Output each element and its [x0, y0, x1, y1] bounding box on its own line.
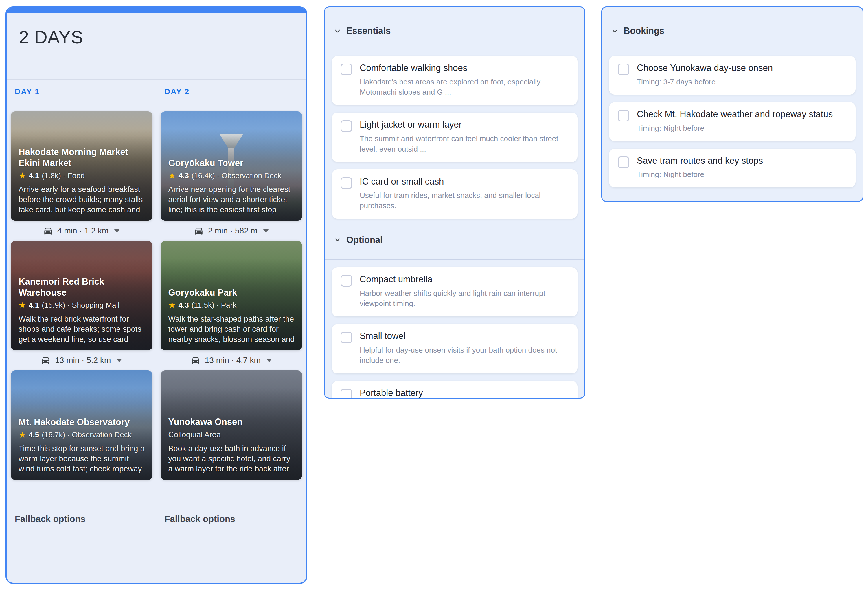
- rating-value: 4.3: [179, 301, 189, 310]
- checklist-item-walking-shoes[interactable]: Comfortable walking shoes Hakodate's bes…: [332, 56, 577, 105]
- checkbox[interactable]: [341, 177, 352, 189]
- chevron-down-icon[interactable]: [334, 27, 341, 35]
- checkbox[interactable]: [618, 110, 629, 121]
- travel-row-day1-leg1[interactable]: 4 min · 1.2 km: [11, 221, 152, 241]
- star-icon: ★: [168, 301, 176, 310]
- essentials-panel: Essentials Comfortable walking shoes Hak…: [324, 6, 585, 398]
- travel-row-day2-leg1[interactable]: 2 min · 582 m: [161, 221, 303, 241]
- rating-value: 4.1: [29, 171, 39, 180]
- place-card-goryokaku-park[interactable]: Goryokaku Park ★ 4.3 (11.5k) · Park Walk…: [161, 241, 303, 350]
- fallback-options-heading-day2[interactable]: Fallback options: [165, 514, 298, 524]
- place-title: Mt. Hakodate Observatory: [19, 417, 146, 428]
- checklist-item-light-jacket[interactable]: Light jacket or warm layer The summit an…: [332, 112, 577, 162]
- chevron-down-icon[interactable]: [334, 236, 341, 244]
- travel-expand-caret-icon[interactable]: [266, 358, 272, 362]
- item-title: Choose Yunokawa day-use onsen: [637, 63, 847, 74]
- optional-section-header[interactable]: Optional: [325, 226, 585, 259]
- checkbox[interactable]: [341, 63, 352, 75]
- chevron-down-icon[interactable]: [611, 27, 619, 35]
- place-card-content: Goryokaku Park ★ 4.3 (11.5k) · Park Walk…: [168, 287, 295, 344]
- item-title: Portable battery: [360, 388, 569, 398]
- checkbox[interactable]: [341, 120, 352, 132]
- checklist-item-body: Comfortable walking shoes Hakodate's bes…: [360, 63, 569, 97]
- place-card-hakodate-morning-market[interactable]: Hakodate Morning Market Ekini Market ★ 4…: [11, 111, 152, 221]
- travel-row-day1-leg2[interactable]: 13 min · 5.2 km: [11, 350, 152, 370]
- day-1-stops: Hakodate Morning Market Ekini Market ★ 4…: [11, 111, 152, 480]
- rating-meta: (16.7k) · Observation Deck: [42, 430, 131, 439]
- checkbox[interactable]: [618, 63, 629, 75]
- place-description: Book a day-use bath in advance if you wa…: [168, 444, 295, 474]
- checkbox[interactable]: [341, 389, 352, 398]
- checkbox[interactable]: [618, 156, 629, 168]
- item-title: IC card or small cash: [360, 176, 569, 187]
- itinerary-title-area: 2 DAYS: [7, 13, 306, 79]
- place-card-content: Yunokawa Onsen Colloquial Area Book a da…: [168, 416, 295, 474]
- place-title: Kanemori Red Brick Warehouse: [19, 276, 146, 298]
- place-title: Goryōkaku Tower: [168, 158, 295, 169]
- day-column-2: DAY 2 Goryōkaku Tower ★ 4.3 (16.4k) · Ob…: [156, 80, 306, 582]
- section-title: Bookings: [623, 26, 664, 36]
- place-card-goryokaku-tower[interactable]: Goryōkaku Tower ★ 4.3 (16.4k) · Observat…: [161, 111, 303, 221]
- item-title: Save tram routes and key stops: [637, 156, 847, 166]
- booking-item-body: Choose Yunokawa day-use onsen Timing: 3-…: [637, 63, 847, 87]
- booking-item-yunokawa-onsen[interactable]: Choose Yunokawa day-use onsen Timing: 3-…: [609, 56, 856, 94]
- rating-meta: (16.4k) · Observation Deck: [192, 171, 282, 180]
- essentials-items: Comfortable walking shoes Hakodate's bes…: [325, 48, 585, 226]
- travel-expand-caret-icon[interactable]: [263, 229, 269, 233]
- section-title: Essentials: [346, 26, 391, 36]
- checklist-item-body: IC card or small cash Useful for tram ri…: [360, 176, 569, 211]
- checkbox[interactable]: [341, 332, 352, 343]
- section-title: Optional: [346, 235, 383, 245]
- item-title: Compact umbrella: [360, 274, 569, 285]
- item-description: The summit and waterfront can feel much …: [360, 134, 569, 155]
- car-icon: [191, 355, 201, 365]
- booking-item-body: Save tram routes and key stops Timing: N…: [637, 156, 847, 180]
- checklist-item-body: Portable battery You'll likely use maps,…: [360, 388, 569, 398]
- place-card-content: Hakodate Morning Market Ekini Market ★ 4…: [19, 147, 146, 215]
- timing-label: Timing: Night before: [637, 123, 847, 134]
- trip-duration-title: 2 DAYS: [19, 27, 306, 47]
- day-column-1: DAY 1 Hakodate Morning Market Ekini Mark…: [7, 80, 156, 582]
- checklist-item-small-towel[interactable]: Small towel Helpful for day-use onsen vi…: [332, 324, 577, 373]
- checklist-item-body: Compact umbrella Harbor weather shifts q…: [360, 274, 569, 309]
- star-icon: ★: [168, 171, 176, 180]
- place-card-content: Kanemori Red Brick Warehouse ★ 4.1 (15.9…: [19, 276, 146, 344]
- place-description: Walk the red brick waterfront for shops …: [19, 314, 146, 344]
- rating-row: ★ 4.3 (11.5k) · Park: [168, 301, 295, 310]
- checklist-item-portable-battery[interactable]: Portable battery You'll likely use maps,…: [332, 381, 577, 398]
- travel-label: 13 min · 4.7 km: [205, 356, 261, 365]
- bookings-items: Choose Yunokawa day-use onsen Timing: 3-…: [602, 48, 862, 195]
- place-card-kanemori-warehouse[interactable]: Kanemori Red Brick Warehouse ★ 4.1 (15.9…: [11, 241, 152, 350]
- rating-row: ★ 4.5 (16.7k) · Observation Deck: [19, 430, 146, 439]
- place-description: Arrive near opening for the clearest aer…: [168, 184, 295, 215]
- star-icon: ★: [19, 171, 26, 180]
- checklist-item-ic-card[interactable]: IC card or small cash Useful for tram ri…: [332, 170, 577, 219]
- place-card-yunokawa-onsen[interactable]: Yunokawa Onsen Colloquial Area Book a da…: [161, 370, 303, 480]
- timing-label: Timing: Night before: [637, 170, 847, 180]
- bookings-section-header[interactable]: Bookings: [602, 7, 862, 48]
- rating-meta: (1.8k) · Food: [42, 171, 85, 180]
- bookings-panel: Bookings Choose Yunokawa day-use onsen T…: [601, 6, 864, 202]
- travel-expand-caret-icon[interactable]: [114, 229, 120, 233]
- booking-item-tram-routes[interactable]: Save tram routes and key stops Timing: N…: [609, 149, 856, 187]
- checkbox[interactable]: [341, 275, 352, 287]
- place-card-mt-hakodate-observatory[interactable]: Mt. Hakodate Observatory ★ 4.5 (16.7k) ·…: [11, 370, 152, 480]
- checklist-item-body: Light jacket or warm layer The summit an…: [360, 119, 569, 154]
- rating-value: 4.1: [29, 301, 39, 310]
- travel-row-day2-leg2[interactable]: 13 min · 4.7 km: [161, 350, 303, 370]
- place-title: Hakodate Morning Market Ekini Market: [19, 147, 146, 169]
- optional-items: Compact umbrella Harbor weather shifts q…: [325, 260, 585, 398]
- rating-value: 4.5: [29, 430, 39, 439]
- place-description: Walk the star-shaped paths after the tow…: [168, 314, 295, 344]
- booking-item-ropeway-status[interactable]: Check Mt. Hakodate weather and ropeway s…: [609, 102, 856, 141]
- checklist-item-compact-umbrella[interactable]: Compact umbrella Harbor weather shifts q…: [332, 267, 577, 316]
- checklist-item-body: Small towel Helpful for day-use onsen vi…: [360, 331, 569, 366]
- place-description: Arrive early for a seafood breakfast bef…: [19, 184, 146, 215]
- rating-row: ★ 4.3 (16.4k) · Observation Deck: [168, 171, 295, 180]
- booking-item-body: Check Mt. Hakodate weather and ropeway s…: [637, 109, 847, 133]
- travel-expand-caret-icon[interactable]: [116, 358, 122, 362]
- travel-label: 4 min · 1.2 km: [57, 226, 108, 235]
- essentials-section-header[interactable]: Essentials: [325, 7, 585, 48]
- fallback-options-heading-day1[interactable]: Fallback options: [15, 514, 148, 524]
- itinerary-panel-accent-bar: [7, 7, 306, 13]
